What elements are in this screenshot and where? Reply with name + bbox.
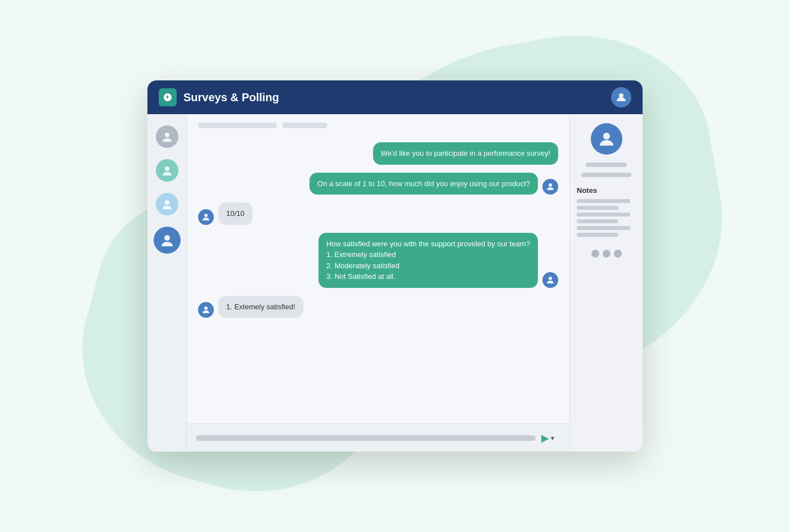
message-bubble-3: 10/10 (218, 202, 253, 225)
sidebar-avatar-1[interactable] (156, 125, 178, 148)
note-line-6 (577, 233, 618, 237)
app-header: Surveys & Polling (147, 80, 643, 114)
panel-dots (591, 250, 622, 258)
panel-name-placeholder (586, 163, 627, 167)
message-row-1: We'd like you to participate in a perfor… (198, 142, 558, 165)
app-window: Surveys & Polling (147, 80, 643, 452)
panel-info-placeholder-1 (581, 173, 631, 177)
message-bubble-4: How satisfied were you with the support … (318, 233, 538, 288)
svg-point-0 (619, 93, 623, 98)
svg-point-6 (204, 214, 208, 217)
panel-user-avatar (591, 123, 622, 155)
svg-point-1 (165, 133, 169, 137)
message-row-2: On a scale of 1 to 10, how much did you … (198, 173, 558, 195)
note-line-2 (577, 206, 618, 210)
header-user-avatar[interactable] (611, 87, 631, 107)
app-title: Surveys & Polling (183, 91, 611, 104)
message-avatar-5 (198, 302, 214, 318)
svg-point-8 (204, 306, 208, 310)
note-line-1 (577, 199, 630, 203)
message-avatar-3 (198, 209, 214, 225)
sidebar-avatar-3[interactable] (156, 193, 178, 215)
svg-point-5 (549, 183, 552, 187)
chat-input-bar: ▶ ▾ (187, 423, 569, 452)
svg-point-2 (165, 166, 169, 171)
svg-point-3 (165, 200, 169, 205)
message-row-5: 1. Extemely satisfied! (198, 296, 558, 318)
note-line-4 (577, 219, 618, 223)
topbar-placeholder-2 (282, 123, 327, 128)
message-avatar-4 (542, 272, 558, 288)
message-row-3: 10/10 (198, 202, 558, 225)
svg-point-4 (164, 235, 170, 241)
sidebar (147, 114, 187, 452)
svg-point-9 (603, 133, 610, 139)
svg-point-7 (549, 277, 552, 280)
right-panel: Notes (569, 114, 643, 452)
message-bubble-2: On a scale of 1 to 10, how much did you … (309, 173, 538, 195)
panel-dot-3 (614, 250, 622, 258)
chat-topbar (187, 114, 569, 137)
note-line-5 (577, 226, 630, 230)
sidebar-avatar-4[interactable] (154, 227, 181, 254)
note-line-3 (577, 213, 630, 217)
panel-dot-2 (603, 250, 611, 258)
app-body: We'd like you to participate in a perfor… (147, 114, 643, 452)
message-row-4: How satisfied were you with the support … (198, 233, 558, 288)
message-bubble-5: 1. Extemely satisfied! (218, 296, 303, 318)
send-icon: ▶ (541, 432, 549, 444)
chat-messages: We'd like you to participate in a perfor… (187, 137, 569, 423)
sidebar-avatar-2[interactable] (156, 159, 178, 182)
message-bubble-1: We'd like you to participate in a perfor… (373, 142, 558, 165)
send-button[interactable]: ▶ ▾ (541, 430, 560, 446)
message-avatar-2 (542, 179, 558, 195)
panel-dot-1 (591, 250, 599, 258)
chat-input-placeholder[interactable] (196, 435, 536, 441)
chat-area: We'd like you to participate in a perfor… (187, 114, 569, 452)
notes-label: Notes (577, 186, 636, 195)
app-logo (159, 88, 177, 106)
topbar-placeholder-1 (198, 123, 277, 128)
notes-section: Notes (577, 186, 636, 240)
send-chevron-icon: ▾ (551, 434, 554, 442)
